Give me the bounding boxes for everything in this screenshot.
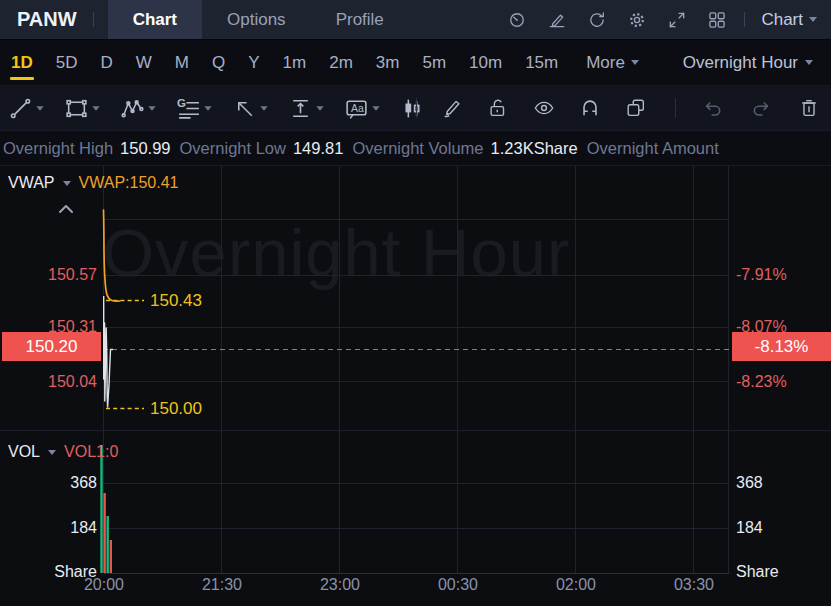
refresh-icon[interactable] [584,7,610,33]
timeframe-m[interactable]: M [174,40,190,85]
tab-options[interactable]: Options [202,0,311,39]
chevron-down-icon [809,17,817,22]
volume-axis-tick: 368 [0,474,97,492]
timeframe-1m[interactable]: 1m [282,40,308,85]
wave-pattern-tool[interactable] [120,96,156,121]
layout-dropdown-label: Chart [761,10,803,30]
redo-icon[interactable] [750,97,772,119]
stat-label: Overnight Amount [587,139,719,158]
trash-icon[interactable] [798,97,820,119]
stat-value: 1.23KShare [491,139,578,158]
current-price-badge: 150.20 [2,332,101,361]
vol-label: VOL [8,443,40,461]
volume-unit-label: Share [736,563,826,581]
order-level-label: 150.00 [150,399,202,419]
measure-tool[interactable] [288,96,324,121]
volume-bars [100,445,112,573]
fullscreen-icon[interactable] [664,7,690,33]
chart-canvas[interactable] [0,166,831,606]
main-tabs: Chart Options Profile [108,0,409,39]
symbol-name[interactable]: PANW [0,8,93,31]
timeframe-10m[interactable]: 10m [468,40,503,85]
chevron-down-icon [316,106,323,111]
chevron-down-icon [148,106,155,111]
percent-axis-tick: -8.23% [736,373,826,391]
divider [675,98,676,118]
trading-app: PANW Chart Options Profile [0,0,831,606]
stat-label: Overnight Volume [352,139,483,158]
volume-indicator-header[interactable]: VOL VOL1:0 [8,443,118,461]
time-axis-tick: 03:30 [662,576,726,594]
time-axis-tick: 21:30 [190,576,254,594]
topbar-icon-group: Chart [504,7,831,33]
volume-axis-tick: 368 [736,474,826,492]
tab-chart[interactable]: Chart [108,0,202,39]
timeframe-5m[interactable]: 5m [421,40,447,85]
gauge-icon[interactable] [504,7,530,33]
svg-text:Aa: Aa [351,102,364,113]
unlock-icon[interactable] [487,97,509,119]
vwap-label: VWAP [8,174,55,192]
layout-grid-icon[interactable] [704,7,730,33]
text-annotation-tool[interactable]: Aa [344,96,380,121]
time-axis-tick: 20:00 [72,576,136,594]
price-axis-tick: 150.57 [0,266,97,284]
draw-edit-icon[interactable] [544,7,570,33]
gann-lines-tool[interactable]: G [176,96,212,121]
timeframe-d[interactable]: D [99,40,113,85]
chevron-down-icon [92,106,99,111]
timeframe-1d[interactable]: 1D [10,40,34,85]
stat-value: 150.99 [120,139,170,158]
chart-mode-group [416,86,647,130]
vwap-indicator-header[interactable]: VWAP VWAP:150.41 [8,174,178,192]
draw-tools-group: G Aa [8,86,425,130]
timeframe-5d[interactable]: 5D [55,40,79,85]
current-percent-badge: -8.13% [732,332,831,361]
chevron-down-icon [260,106,267,111]
percent-axis-tick: -7.91% [736,266,826,284]
stat-value: 149.81 [293,139,343,158]
time-axis-tick: 02:00 [544,576,608,594]
timeframe-row: 1D 5D D W M Q Y 1m 2m 3m 5m 10m 15m More… [0,40,831,86]
chevron-down-icon [204,106,211,111]
vwap-line [104,210,121,301]
layout-dropdown[interactable]: Chart [759,10,819,30]
vwap-value: VWAP:150.41 [79,174,179,192]
volume-axis-tick: 184 [736,519,826,537]
duplicate-icon[interactable] [625,97,647,119]
time-axis-tick: 23:00 [308,576,372,594]
stat-label: Overnight Low [180,139,286,158]
topbar: PANW Chart Options Profile [0,0,831,40]
timeframe-more-dropdown[interactable]: More [580,40,645,85]
drawing-toolbar: G Aa [0,86,831,131]
tab-profile[interactable]: Profile [311,0,409,39]
timeframe-q[interactable]: Q [211,40,226,85]
chevron-down-icon [36,106,43,111]
timeframe-15m[interactable]: 15m [524,40,559,85]
svg-text:G: G [177,96,186,108]
arrow-tool[interactable] [232,96,268,121]
collapse-pane-button[interactable] [56,202,76,220]
trend-line-tool[interactable] [8,96,44,121]
eye-icon[interactable] [533,97,555,119]
divider [744,12,745,27]
chevron-down-icon [63,181,71,186]
pencil-icon[interactable] [441,97,463,119]
chevron-down-icon [805,60,813,65]
divider [416,98,417,118]
undo-icon[interactable] [702,97,724,119]
volume-axis-tick: 184 [0,519,97,537]
price-line [104,296,113,407]
timeframe-w[interactable]: W [135,40,153,85]
settings-gear-icon[interactable] [624,7,650,33]
more-label: More [586,53,625,73]
divider [93,12,94,27]
vol-value: VOL1:0 [64,443,118,461]
magnet-icon[interactable] [579,97,601,119]
rectangle-tool[interactable] [64,96,100,121]
timeframe-2m[interactable]: 2m [328,40,354,85]
chevron-down-icon [48,450,56,455]
timeframe-y[interactable]: Y [247,40,260,85]
session-dropdown[interactable]: Overnight Hour [677,52,819,74]
timeframe-3m[interactable]: 3m [375,40,401,85]
